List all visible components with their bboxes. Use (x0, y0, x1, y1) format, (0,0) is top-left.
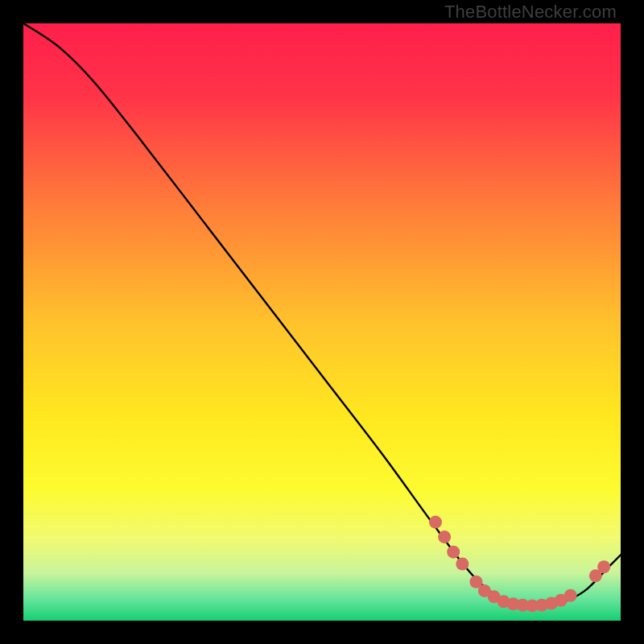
chart-frame (23, 23, 621, 621)
chart-svg (23, 23, 621, 621)
data-marker (597, 560, 610, 573)
data-marker (456, 558, 469, 571)
chart-background (23, 23, 621, 621)
data-marker (564, 589, 577, 602)
data-marker (438, 530, 451, 543)
data-marker (447, 546, 460, 559)
watermark-text: TheBottleNecker.com (444, 2, 617, 23)
data-marker (429, 516, 442, 529)
